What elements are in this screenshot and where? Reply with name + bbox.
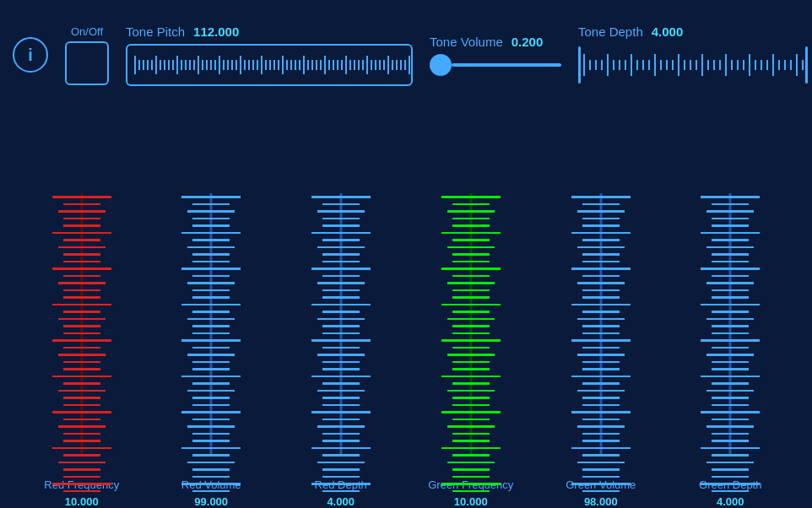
tone-pitch-value: 112.000: [193, 24, 239, 39]
red-frequency-ticks: [40, 193, 124, 494]
green-frequency-ticks: [429, 193, 513, 494]
red-frequency-slider[interactable]: [40, 193, 124, 455]
main-sliders: Red Frequency 10.000 Red Volume 99.000 R…: [0, 128, 812, 508]
info-icon[interactable]: i: [13, 37, 48, 73]
red-volume-group: Red Volume 99.000: [169, 193, 253, 508]
red-volume-slider[interactable]: [169, 193, 253, 455]
tone-depth-right-line: [805, 46, 808, 84]
tone-pitch-label: Tone Pitch: [126, 24, 185, 39]
green-depth-slider[interactable]: [688, 193, 772, 455]
green-volume-slider[interactable]: [559, 193, 643, 455]
red-volume-value: 99.000: [194, 495, 228, 508]
tone-pitch-slider[interactable]: [126, 44, 413, 86]
green-frequency-slider[interactable]: [429, 193, 513, 455]
green-frequency-group: Green Frequency 10.000: [428, 193, 513, 508]
tone-volume-group: Tone Volume 0.200: [430, 35, 561, 76]
tone-volume-track: [452, 63, 561, 67]
on-off-label: On/Off: [71, 25, 103, 38]
red-depth-slider[interactable]: [299, 193, 383, 455]
red-frequency-group: Red Frequency 10.000: [40, 193, 124, 508]
tone-volume-slider[interactable]: [430, 54, 561, 76]
tone-depth-value: 4.000: [652, 24, 684, 39]
tone-volume-knob[interactable]: [430, 54, 452, 76]
red-volume-ticks: [169, 193, 253, 494]
red-depth-ticks: [299, 193, 383, 494]
top-bar: i On/Off Tone Pitch 112.000 Tone Volume …: [0, 0, 812, 110]
tone-depth-group: Tone Depth 4.000: [578, 24, 808, 86]
green-volume-ticks: [559, 193, 643, 494]
tone-depth-label: Tone Depth: [578, 24, 643, 39]
red-depth-group: Red Depth 4.000: [299, 193, 383, 508]
tone-depth-ticks: [581, 44, 805, 86]
red-depth-value: 4.000: [327, 495, 355, 508]
green-depth-value: 4.000: [717, 495, 744, 508]
green-frequency-value: 10.000: [454, 495, 488, 508]
red-frequency-value: 10.000: [65, 495, 99, 508]
on-off-toggle[interactable]: [65, 41, 109, 85]
tone-volume-label: Tone Volume: [430, 35, 503, 49]
green-depth-ticks: [688, 193, 772, 494]
green-volume-value: 98.000: [584, 495, 618, 508]
on-off-section: On/Off: [65, 25, 109, 85]
tone-pitch-group: Tone Pitch 112.000: [126, 24, 413, 86]
tone-volume-value: 0.200: [512, 35, 544, 49]
green-volume-group: Green Volume 98.000: [559, 193, 643, 508]
green-depth-group: Green Depth 4.000: [688, 193, 772, 508]
tone-depth-slider[interactable]: [578, 44, 808, 86]
